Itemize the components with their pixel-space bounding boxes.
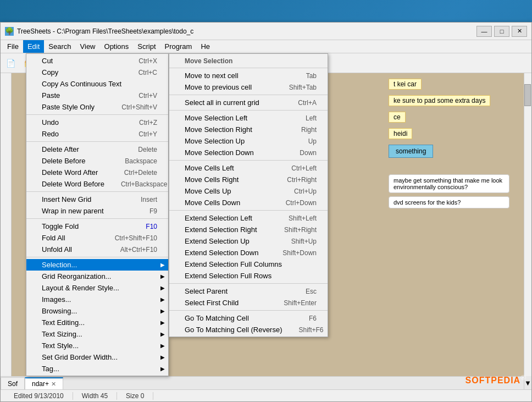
toolbar-btn-1[interactable]: 📄 xyxy=(3,56,18,71)
cell-pad-days[interactable]: ke sure to pad some extra days xyxy=(389,95,490,106)
tab-close-icon[interactable]: ✕ xyxy=(51,381,56,388)
menu-text-sizing[interactable]: Text Sizing... xyxy=(26,328,168,340)
scrollbar-thumb[interactable] xyxy=(524,84,531,106)
menu-copy-continuous[interactable]: Copy As Continuous Text xyxy=(26,78,168,90)
cell-ce[interactable]: ce xyxy=(389,112,406,123)
sel-sep-1 xyxy=(169,95,328,95)
menu-bar: File Edit Search View Options Script Pro… xyxy=(1,40,531,53)
sep-5 xyxy=(26,257,168,257)
vertical-scrollbar[interactable] xyxy=(524,73,531,396)
sel-sep-6 xyxy=(169,310,328,311)
sel-extend-right[interactable]: Extend Selection Right Shift+Right xyxy=(169,224,328,235)
sel-go-matching-reverse[interactable]: Go To Matching Cell (Reverse) Shift+F6 xyxy=(169,324,328,335)
tab-bar: Sof ndar+ ✕ ▼ xyxy=(1,376,531,389)
sel-move-cells-up[interactable]: Move Cells Up Ctrl+Up xyxy=(169,185,328,197)
menu-layout-render[interactable]: Layout & Render Style... xyxy=(26,282,168,294)
sel-extend-full-cols[interactable]: Extend Selection Full Columns xyxy=(169,258,328,270)
sel-sep-0 xyxy=(169,68,328,68)
sel-sep-5 xyxy=(169,283,328,284)
menu-program[interactable]: Program xyxy=(160,40,197,53)
sel-extend-up[interactable]: Extend Selection Up Shift+Up xyxy=(169,235,328,247)
menu-script[interactable]: Script xyxy=(133,40,160,53)
sel-sep-3 xyxy=(169,160,328,161)
menu-selection[interactable]: Selection... xyxy=(26,259,168,271)
side-panel xyxy=(1,73,12,396)
menu-edit[interactable]: Edit xyxy=(23,40,44,53)
speech-bubble-2: dvd screens for the kids? xyxy=(389,196,509,208)
tab-sof[interactable]: Sof xyxy=(1,377,25,389)
minimize-button[interactable]: — xyxy=(476,26,492,37)
title-bar: 🌳 TreeSheets - C:\Program Files\TreeShee… xyxy=(1,23,531,40)
menu-text-style[interactable]: Text Style... xyxy=(26,340,168,351)
menu-copy[interactable]: Copy Ctrl+C xyxy=(26,67,168,78)
sel-move-cells-right[interactable]: Move Cells Right Ctrl+Right xyxy=(169,174,328,185)
menu-wrap-parent[interactable]: Wrap in new parent F9 xyxy=(26,205,168,217)
cell-heidi[interactable]: heidi xyxy=(389,128,412,139)
menu-grid-reorg[interactable]: Grid Reorganization... xyxy=(26,271,168,282)
menu-tag[interactable]: Tag... xyxy=(26,363,168,375)
sel-extend-left[interactable]: Extend Selection Left Shift+Left xyxy=(169,212,328,224)
menu-unfold-all[interactable]: Unfold All Alt+Ctrl+F10 xyxy=(26,244,168,255)
status-size: Size 0 xyxy=(117,392,153,400)
sel-move-left[interactable]: Move Selection Left Left xyxy=(169,112,328,124)
menu-view[interactable]: View xyxy=(76,40,100,53)
selection-submenu-popup: Move Selection Move to next cell Tab Mov… xyxy=(169,53,328,337)
sep-1 xyxy=(26,114,168,115)
sel-extend-down[interactable]: Extend Selection Down Shift+Down xyxy=(169,247,328,258)
window-title: TreeSheets - C:\Program Files\TreeSheets… xyxy=(17,27,476,35)
sep-4 xyxy=(26,218,168,219)
menu-delete-before[interactable]: Delete Before Backspace xyxy=(26,155,168,167)
menu-help[interactable]: He xyxy=(196,40,214,53)
sel-move-down[interactable]: Move Selection Down Down xyxy=(169,147,328,158)
cell-kei-car[interactable]: t kei car xyxy=(389,79,422,90)
selection-menu-items: Move Selection Move to next cell Tab Mov… xyxy=(169,54,328,337)
menu-options[interactable]: Options xyxy=(100,40,134,53)
sel-select-all-grid[interactable]: Select all in current grid Ctrl+A xyxy=(169,97,328,108)
status-edited: Edited 9/13/2010 xyxy=(5,392,73,400)
sel-move-up[interactable]: Move Selection Up Up xyxy=(169,135,328,147)
sel-select-parent[interactable]: Select Parent Esc xyxy=(169,285,328,297)
menu-paste-style[interactable]: Paste Style Only Ctrl+Shift+V xyxy=(26,101,168,113)
menu-grid-border[interactable]: Set Grid Border Width... xyxy=(26,351,168,363)
menu-undo[interactable]: Undo Ctrl+Z xyxy=(26,117,168,128)
cell-content: t kei car ke sure to pad some extra days… xyxy=(389,79,526,208)
menu-cut[interactable]: Cut Ctrl+X xyxy=(26,55,168,67)
tab-sof-label: Sof xyxy=(8,380,18,388)
menu-text-editing[interactable]: Text Editing... xyxy=(26,317,168,328)
sel-extend-full-rows[interactable]: Extend Selection Full Rows xyxy=(169,270,328,282)
status-width: Width 45 xyxy=(73,392,117,400)
sel-go-matching[interactable]: Go To Matching Cell F6 xyxy=(169,312,328,324)
menu-insert-grid[interactable]: Insert New Grid Insert xyxy=(26,194,168,205)
cell-something[interactable]: something xyxy=(389,145,433,158)
sel-select-first-child[interactable]: Select First Child Shift+Enter xyxy=(169,297,328,309)
sel-move-next-cell[interactable]: Move to next cell Tab xyxy=(169,70,328,81)
edit-menu-items: Cut Ctrl+X Copy Ctrl+C Copy As Continuou… xyxy=(26,54,168,376)
maximize-button[interactable]: □ xyxy=(494,26,509,37)
menu-toggle-fold[interactable]: Toggle Fold F10 xyxy=(26,221,168,232)
menu-redo[interactable]: Redo Ctrl+Y xyxy=(26,128,168,140)
sel-sep-2 xyxy=(169,110,328,111)
tab-ndar[interactable]: ndar+ ✕ xyxy=(25,377,63,389)
menu-images[interactable]: Images... xyxy=(26,294,168,305)
menu-delete-after[interactable]: Delete After Delete xyxy=(26,144,168,155)
tab-scroll-btn[interactable]: ▼ xyxy=(524,376,531,389)
sel-move-prev-cell[interactable]: Move to previous cell Shift+Tab xyxy=(169,81,328,93)
window-controls: — □ ✕ xyxy=(476,26,527,37)
close-button[interactable]: ✕ xyxy=(512,26,527,37)
sep-2 xyxy=(26,141,168,142)
menu-browsing[interactable]: Browsing... xyxy=(26,305,168,317)
menu-file[interactable]: File xyxy=(3,40,23,53)
menu-search[interactable]: Search xyxy=(44,40,75,53)
app-icon: 🌳 xyxy=(5,27,14,36)
app-window: 🌳 TreeSheets - C:\Program Files\TreeShee… xyxy=(0,22,532,402)
menu-fold-all[interactable]: Fold All Ctrl+Shift+F10 xyxy=(26,232,168,244)
speech-bubble-1: maybe get something that make me look en… xyxy=(389,174,509,193)
sel-move-cells-down[interactable]: Move Cells Down Ctrl+Down xyxy=(169,197,328,208)
sel-move-right[interactable]: Move Selection Right Right xyxy=(169,124,328,135)
sel-move-cells-left[interactable]: Move Cells Left Ctrl+Left xyxy=(169,162,328,174)
menu-delete-word-before[interactable]: Delete Word Before Ctrl+Backspace xyxy=(26,178,168,190)
menu-paste[interactable]: Paste Ctrl+V xyxy=(26,90,168,101)
tab-ndar-label: ndar+ xyxy=(32,380,49,388)
menu-delete-word-after[interactable]: Delete Word After Ctrl+Delete xyxy=(26,167,168,178)
sep-3 xyxy=(26,191,168,192)
